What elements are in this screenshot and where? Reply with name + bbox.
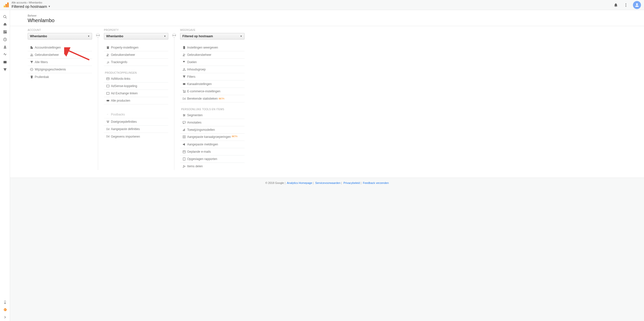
settings-icon: [105, 46, 111, 49]
svg-point-16: [5, 303, 6, 304]
adexchange-link-item[interactable]: Ad Exchange linken: [104, 90, 168, 97]
adwords-links-item[interactable]: AdWords-links: [104, 75, 168, 83]
svg-rect-48: [183, 130, 183, 131]
custom-def-item[interactable]: DdAangepaste definities: [104, 126, 168, 133]
adsense-link-item[interactable]: AdSense-koppeling: [104, 83, 168, 90]
view-selector[interactable]: Filtered op hostnaam ▼: [12, 4, 51, 9]
custom-alerts-item[interactable]: Aangepaste meldingen: [180, 141, 245, 148]
dashboard-icon[interactable]: [0, 28, 10, 36]
account-settings-item[interactable]: Accountinstellingen: [28, 44, 92, 51]
svg-point-40: [185, 92, 185, 93]
trash-icon: [29, 75, 35, 79]
footer-link-homepage[interactable]: Analytics Homepage: [287, 181, 312, 184]
svg-point-7: [4, 15, 6, 18]
footer-link-feedback[interactable]: Feedback verzenden: [363, 181, 389, 184]
account-filters-item[interactable]: Alle filters: [28, 59, 92, 66]
segments-item[interactable]: Segmenten: [180, 112, 245, 119]
more-menu-icon[interactable]: [623, 2, 629, 8]
property-tracking-item[interactable]: .jsTrackinginfo: [104, 59, 168, 66]
postback-icon: [105, 113, 111, 116]
svg-rect-25: [107, 78, 109, 80]
property-selector[interactable]: Whenlambo▼: [104, 33, 168, 39]
channel-settings-item[interactable]: Kanaalinstellingen: [180, 81, 245, 88]
annotations-item[interactable]: Annotaties: [180, 119, 245, 126]
account-collapse-button[interactable]: ⟷: [96, 33, 100, 37]
svg-point-45: [184, 115, 185, 115]
view-users-item[interactable]: Gebruikersbeheer: [180, 51, 245, 59]
audience-icon[interactable]: [0, 43, 10, 51]
share-assets-item[interactable]: Items delen: [180, 163, 245, 170]
conversions-icon[interactable]: [0, 66, 10, 73]
discover-icon[interactable]: [0, 298, 10, 306]
realtime-icon[interactable]: [0, 36, 10, 43]
svg-rect-51: [183, 136, 185, 138]
svg-rect-2: [7, 3, 9, 7]
view-settings-item[interactable]: Instellingen weergeven: [180, 44, 245, 51]
svg-point-19: [31, 54, 32, 55]
account-users-item[interactable]: Gebruikersbeheer: [28, 51, 92, 59]
building-icon: [29, 46, 35, 49]
property-settings-item[interactable]: Property-instellingen: [104, 44, 168, 51]
property-users-item[interactable]: Gebruikersbeheer: [104, 51, 168, 59]
collapse-nav-icon[interactable]: [0, 313, 10, 321]
user-avatar[interactable]: [633, 1, 641, 9]
dd-icon: Dd: [105, 135, 111, 138]
content-group-item[interactable]: Inhoudsgroep: [180, 66, 245, 73]
view-column: WEERGAVE Filtered op hostnaam▼ Instellin…: [180, 29, 256, 170]
behavior-icon[interactable]: [0, 58, 10, 66]
saved-reports-icon: [181, 157, 187, 161]
svg-point-6: [636, 3, 638, 5]
header-breadcrumb[interactable]: Alle accounts › Whenlambo: [12, 1, 51, 4]
home-icon[interactable]: [0, 21, 10, 28]
svg-point-39: [183, 92, 184, 93]
content-group-icon: [181, 68, 187, 71]
notifications-icon[interactable]: [613, 2, 619, 8]
account-trash-item[interactable]: Prullenbak: [28, 73, 92, 81]
caret-down-icon: ▼: [164, 35, 166, 37]
footer-link-tos[interactable]: Servicevoorwaarden: [315, 181, 340, 184]
scheduled-emails-item[interactable]: Geplande e-mails: [180, 148, 245, 155]
svg-rect-22: [107, 47, 109, 47]
data-import-item[interactable]: DdGegevens importeren: [104, 133, 168, 140]
calc-metrics-item[interactable]: DdBerekende statistiekenBETA: [180, 95, 245, 102]
svg-rect-55: [183, 157, 185, 160]
users-icon: [29, 53, 35, 57]
svg-rect-12: [4, 32, 5, 33]
caret-down-icon: ▼: [88, 35, 90, 37]
saved-reports-item[interactable]: Opgeslagen rapporten: [180, 155, 245, 163]
svg-point-46: [184, 116, 184, 116]
property-collapse-button[interactable]: ⟷: [172, 33, 176, 37]
custom-channel-groups-item[interactable]: Aangepaste kanaalgroeperingenBETA: [180, 134, 245, 141]
svg-point-31: [108, 121, 109, 121]
page-header: Beheer Whenlambo: [10, 10, 644, 26]
search-icon[interactable]: [0, 13, 10, 21]
megaphone-icon: [181, 143, 187, 146]
adsense-icon: [105, 84, 111, 88]
svg-rect-21: [107, 46, 109, 49]
audience-def-item[interactable]: Doelgroepdefinities: [104, 118, 168, 126]
admin-icon[interactable]: [0, 306, 10, 313]
svg-point-14: [4, 46, 6, 47]
svg-rect-50: [184, 129, 185, 131]
products-icon: [105, 99, 111, 102]
all-products-item[interactable]: Alle producten: [104, 97, 168, 104]
custom-channel-icon: [181, 135, 187, 139]
main-content: Beheer Whenlambo ACCOUNT Whenlambo▼: [10, 10, 644, 321]
view-filters-item[interactable]: Filters: [180, 73, 245, 81]
speech-icon: [181, 121, 187, 124]
view-selector-dropdown[interactable]: Filtered op hostnaam▼: [180, 33, 245, 39]
acquisition-icon[interactable]: [0, 51, 10, 58]
account-selector[interactable]: Whenlambo▼: [28, 33, 92, 39]
page-crumb: Beheer: [28, 14, 626, 17]
dd-icon: Dd: [181, 97, 187, 100]
ecommerce-settings-item[interactable]: E-commerce-instellingen: [180, 88, 245, 95]
svg-rect-9: [4, 30, 5, 32]
account-history-item[interactable]: Wijzigingsgeschiedenis: [28, 66, 92, 73]
footer-link-privacy[interactable]: Privacybeleid: [343, 181, 360, 184]
filter-icon: [29, 60, 35, 64]
postbacks-item[interactable]: Postbacks: [104, 111, 168, 118]
goals-item[interactable]: Doelen: [180, 59, 245, 66]
adwords-icon: [105, 77, 111, 81]
property-column: PROPERTY Whenlambo▼ Property-instellinge…: [104, 29, 180, 170]
attribution-models-item[interactable]: Toewijzingsmodellen: [180, 126, 245, 134]
